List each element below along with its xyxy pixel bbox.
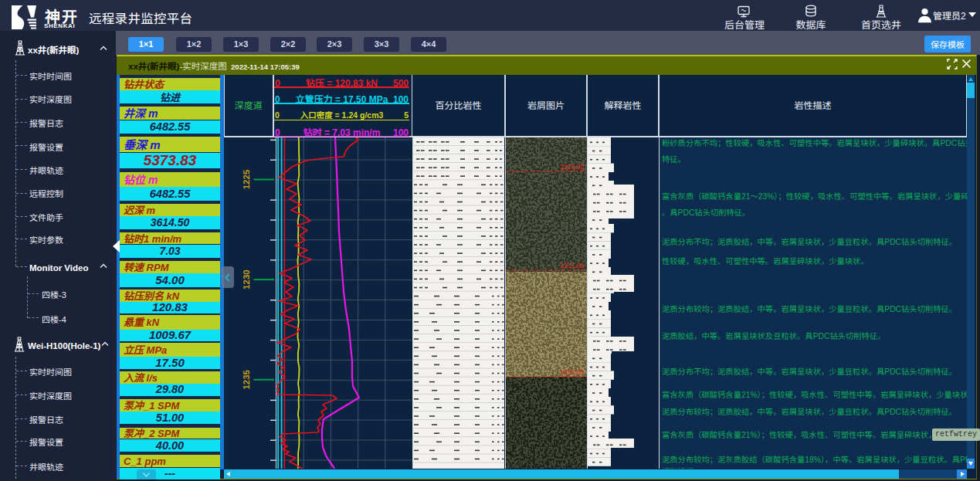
svg-text:1231.00: 1231.00 bbox=[560, 262, 584, 269]
svg-text:1230: 1230 bbox=[242, 269, 251, 290]
svg-text:1235: 1235 bbox=[242, 369, 251, 389]
svg-text:1225: 1225 bbox=[242, 169, 251, 189]
svg-text:1236.00: 1236.00 bbox=[560, 368, 584, 376]
svg-text:1226.00: 1226.00 bbox=[560, 163, 584, 171]
